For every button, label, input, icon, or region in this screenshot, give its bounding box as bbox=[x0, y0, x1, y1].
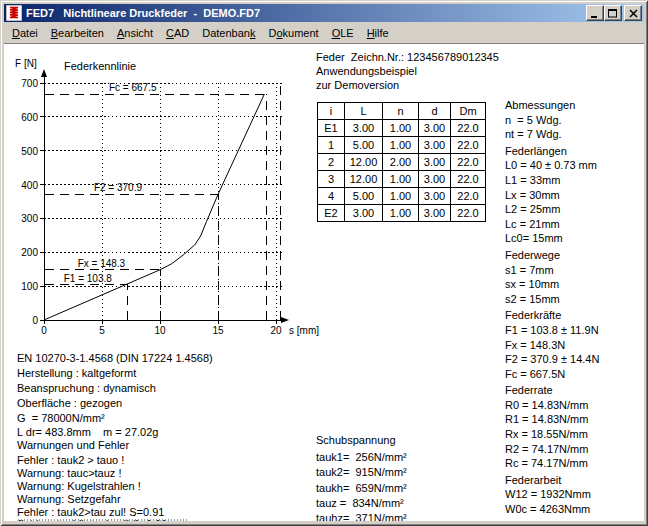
svg-text:20: 20 bbox=[270, 325, 282, 336]
menu-item-cad[interactable]: CAD bbox=[166, 27, 189, 39]
maximize-icon bbox=[608, 9, 618, 18]
material-line: Herstellung : kaltgeformt bbox=[17, 366, 213, 381]
result-line: n = 5 Wdg. bbox=[505, 113, 640, 128]
segment-table: iLndDmE13.001.003.0022.015.001.003.0022.… bbox=[317, 102, 486, 222]
table-cell: 22.0 bbox=[451, 137, 486, 154]
table-cell: 1.00 bbox=[383, 188, 419, 205]
svg-text:15: 15 bbox=[212, 325, 224, 336]
menu-item-ole[interactable]: OLE bbox=[332, 27, 354, 39]
table-row: 312.001.003.0022.0 bbox=[318, 171, 486, 188]
result-line: L2 = 25mm bbox=[505, 202, 640, 217]
shear-line: tauk2= 915N/mm² bbox=[316, 465, 407, 480]
result-line: R2 = 74.17N/mm bbox=[505, 442, 640, 457]
table-cell: 3.00 bbox=[419, 137, 451, 154]
table-cell: 3.00 bbox=[419, 154, 451, 171]
header-line: Feder Zeichn.Nr.: 123456789012345 bbox=[316, 50, 499, 64]
menu-item-datei[interactable]: Datei bbox=[12, 27, 38, 39]
shear-line: tauk1= 256N/mm² bbox=[316, 450, 407, 465]
result-line: F2 = 370.9 ± 14.4N bbox=[505, 352, 640, 367]
warnings-block: Warnungen und Fehler Fehler : tauk2 > ta… bbox=[17, 439, 167, 521]
svg-text:100: 100 bbox=[21, 281, 38, 292]
table-cell: 12.00 bbox=[345, 171, 383, 188]
window-title: FED7 Nichtlineare Druckfeder - DEMO.FD7 bbox=[22, 7, 586, 19]
result-line: Lc = 21mm bbox=[505, 217, 640, 232]
table-cell: 5.00 bbox=[345, 137, 383, 154]
menu-item-bearbeiten[interactable]: Bearbeiten bbox=[51, 27, 104, 39]
table-cell: 3.00 bbox=[419, 188, 451, 205]
table-row: 15.001.003.0022.0 bbox=[318, 137, 486, 154]
result-line: W12 = 1932Nmm bbox=[505, 487, 640, 502]
result-line: R0 = 14.83N/mm bbox=[505, 398, 640, 413]
table-cell: 2 bbox=[318, 154, 345, 171]
window-controls bbox=[586, 5, 644, 21]
table-cell: 12.00 bbox=[345, 154, 383, 171]
minimize-icon bbox=[590, 9, 600, 18]
table-cell: 3.00 bbox=[419, 171, 451, 188]
menu-item-datenbank[interactable]: Datenbank bbox=[202, 27, 255, 39]
table-cell: 1.00 bbox=[383, 137, 419, 154]
table-cell: 3.00 bbox=[345, 205, 383, 222]
shear-title: Schubspannung bbox=[316, 434, 407, 447]
shear-line: taukh= 659N/mm² bbox=[316, 481, 407, 496]
document-area: F1 = 103.8Fx = 148.3F2 = 370.9Fc = 667.5… bbox=[4, 43, 644, 521]
menu-item-dokument[interactable]: Dokument bbox=[268, 27, 318, 39]
svg-text:Fx = 148.3: Fx = 148.3 bbox=[78, 258, 126, 269]
warning-line: Fehler : tauk2 > tauo ! bbox=[17, 454, 167, 467]
svg-text:400: 400 bbox=[21, 180, 38, 191]
header-line: Anwendungsbeispiel bbox=[316, 64, 499, 78]
header-line: zur Demoversion bbox=[316, 78, 499, 92]
material-line: G = 78000N/mm² bbox=[17, 411, 213, 426]
minimize-button[interactable] bbox=[586, 5, 604, 21]
svg-text:5: 5 bbox=[99, 325, 105, 336]
result-line: nt = 7 Wdg. bbox=[505, 127, 640, 142]
svg-text:F1 = 103.8: F1 = 103.8 bbox=[64, 273, 113, 284]
result-section-title: Federlängen bbox=[505, 144, 640, 159]
warnings-list: Fehler : tauk2 > tauo !Warnung: tauc>tau… bbox=[17, 454, 167, 521]
table-row: 212.002.003.0022.0 bbox=[318, 154, 486, 171]
result-line: s1 = 7mm bbox=[505, 263, 640, 278]
material-line: Oberfläche : gezogen bbox=[17, 396, 213, 411]
table-cell: 1.00 bbox=[383, 120, 419, 137]
menu-item-hilfe[interactable]: Hilfe bbox=[367, 27, 389, 39]
close-button[interactable] bbox=[624, 5, 642, 21]
table-cell: 22.0 bbox=[451, 188, 486, 205]
result-line: F1 = 103.8 ± 11.9N bbox=[505, 323, 640, 338]
warning-line: Warnung: tauc>tauz ! bbox=[17, 467, 167, 480]
warnings-title: Warnungen und Fehler bbox=[17, 439, 167, 452]
svg-text:F2 = 370.9: F2 = 370.9 bbox=[94, 182, 143, 193]
table-header-row: iLndDm bbox=[318, 103, 486, 120]
svg-text:300: 300 bbox=[21, 213, 38, 224]
table-row: E23.001.003.0022.0 bbox=[318, 205, 486, 222]
table-cell: 22.0 bbox=[451, 205, 486, 222]
svg-text:500: 500 bbox=[21, 146, 38, 157]
maximize-button[interactable] bbox=[604, 5, 622, 21]
table-cell: 1 bbox=[318, 137, 345, 154]
result-section-title: Federarbeit bbox=[505, 473, 640, 488]
table-cell: 3.00 bbox=[419, 120, 451, 137]
table-cell: 22.0 bbox=[451, 154, 486, 171]
warning-line: Warnung: Setzgefahr bbox=[17, 493, 167, 506]
svg-text:F [N]: F [N] bbox=[15, 58, 37, 69]
menu-item-ansicht[interactable]: Ansicht bbox=[117, 27, 153, 39]
result-section: Abmessungenn = 5 Wdg.nt = 7 Wdg. bbox=[505, 98, 640, 142]
material-line: Beanspruchung : dynamisch bbox=[17, 381, 213, 396]
federkennlinie-chart: F1 = 103.8Fx = 148.3F2 = 370.9Fc = 667.5… bbox=[12, 56, 322, 356]
result-section: FederrateR0 = 14.83N/mmR1 = 14.83N/mmRx … bbox=[505, 383, 640, 471]
table-cell: E2 bbox=[318, 205, 345, 222]
result-line: Fx = 148.3N bbox=[505, 338, 640, 353]
table-cell: 5.00 bbox=[345, 188, 383, 205]
table-cell: 22.0 bbox=[451, 120, 486, 137]
svg-text:200: 200 bbox=[21, 247, 38, 258]
svg-text:700: 700 bbox=[21, 78, 38, 89]
results-column: Abmessungenn = 5 Wdg.nt = 7 Wdg.Federlän… bbox=[505, 98, 640, 519]
result-line: L0 = 40 ± 0.73 mm bbox=[505, 158, 640, 173]
table-cell: 3.00 bbox=[419, 205, 451, 222]
warning-line: Warnung: Kugelstrahlen ! bbox=[17, 480, 167, 493]
svg-text:0: 0 bbox=[32, 315, 38, 326]
table-row: E13.001.003.0022.0 bbox=[318, 120, 486, 137]
column-header: L bbox=[345, 103, 383, 120]
result-line: Lx = 30mm bbox=[505, 188, 640, 203]
close-icon bbox=[629, 9, 638, 18]
table-cell: 2.00 bbox=[383, 154, 419, 171]
menu-bar: DateiBearbeitenAnsichtCADDatenbankDokume… bbox=[4, 23, 644, 42]
